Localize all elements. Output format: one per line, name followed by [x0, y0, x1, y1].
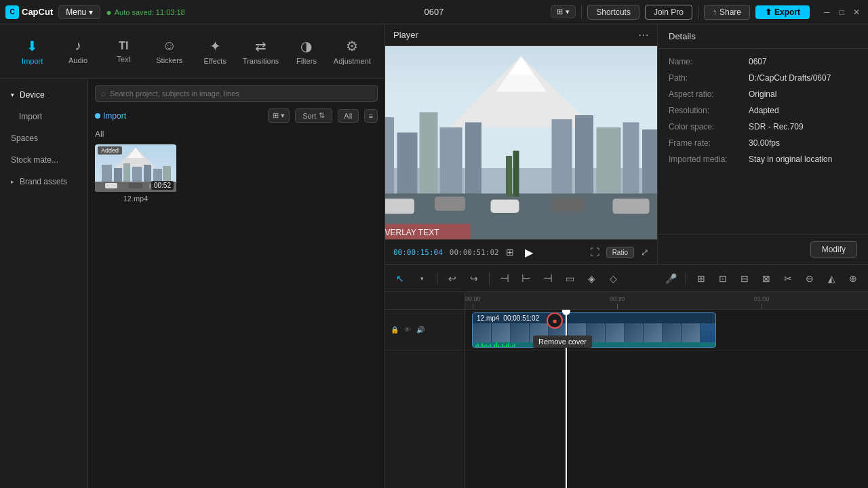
detail-row-imported: Imported media: Stay in original locatio…	[669, 155, 857, 164]
tl-tool-4[interactable]: ⊠	[757, 269, 776, 288]
sidebar-item-brand[interactable]: ▸ Brand assets	[3, 171, 85, 192]
undo-button[interactable]: ↩	[443, 269, 462, 288]
sidebar-item-stock-label: Stock mate...	[11, 155, 58, 165]
modify-button[interactable]: Modify	[810, 241, 857, 258]
lock-icon[interactable]: 🔒	[389, 325, 400, 336]
waveform-bar	[500, 346, 501, 348]
detail-value-name: 0607	[749, 57, 767, 66]
logo-icon: C	[5, 5, 19, 19]
detail-value-resolution: Adapted	[749, 106, 779, 115]
content-toolbar: Import ⊞ ▾ Sort ⇅ All ≡	[95, 108, 378, 123]
waveform-bar	[475, 345, 477, 348]
video-track: 12.mp4 00:00:51:02	[465, 310, 868, 350]
tl-tool-1[interactable]: ⊞	[692, 269, 711, 288]
details-footer: Modify	[658, 234, 868, 264]
text-icon: TI	[119, 40, 128, 52]
mask-tool[interactable]: ◈	[582, 269, 601, 288]
joinpro-button[interactable]: Join Pro	[645, 5, 692, 20]
tl-tool-7[interactable]: ◭	[822, 269, 841, 288]
volume-icon[interactable]: 🔊	[415, 325, 426, 336]
monitor-icon: ⊞	[557, 7, 563, 16]
view-toggle-button[interactable]: ⊞ ▾	[268, 108, 290, 123]
select-tool[interactable]: ↖	[391, 269, 410, 288]
filters-icon: ◑	[300, 38, 312, 54]
ratio-button[interactable]: Ratio	[606, 247, 634, 258]
waveform-bar	[508, 343, 509, 348]
export-button[interactable]: ⬆ Export	[755, 5, 810, 19]
visibility-icon[interactable]: 👁	[402, 325, 413, 336]
trim-start-tool[interactable]: ⊢	[517, 269, 536, 288]
minimize-button[interactable]: ─	[821, 6, 833, 18]
stickers-icon: ☺	[163, 38, 176, 54]
toolbar-adjustment[interactable]: ⚙ Adjustment	[331, 27, 374, 76]
media-grid: Added 00:52 12.mp4	[95, 144, 378, 203]
tl-tool-6[interactable]: ⊖	[800, 269, 819, 288]
redo-button[interactable]: ↪	[465, 269, 484, 288]
filter-all-button[interactable]: All	[338, 109, 358, 123]
share-button[interactable]: ↑ Share	[704, 5, 750, 20]
ruler-mark-0100: 01:00	[754, 296, 770, 309]
toolbar-filters[interactable]: ◑ Filters	[285, 27, 328, 76]
toolbar-effects[interactable]: ✦ Effects	[194, 27, 237, 76]
timeline-track-controls: 🔒 👁 🔊	[385, 310, 465, 488]
maximize-button[interactable]: □	[835, 6, 848, 18]
import-button[interactable]: Import	[95, 111, 126, 121]
close-button[interactable]: ✕	[850, 6, 863, 18]
fit-screen-icon[interactable]: ⛶	[590, 247, 599, 258]
split-tool[interactable]: ⊣	[495, 269, 514, 288]
toolbar-text[interactable]: TI Text	[102, 27, 145, 76]
toolbar-import[interactable]: ⬇ Import	[11, 27, 54, 76]
tl-tool-3[interactable]: ⊟	[735, 269, 754, 288]
media-added-badge: Added	[98, 146, 122, 155]
tl-add-button[interactable]: ⊕	[844, 269, 863, 288]
detail-label-name: Name:	[669, 57, 743, 66]
list-item[interactable]: Added 00:52 12.mp4	[95, 144, 176, 203]
tl-tool-2[interactable]: ⊡	[713, 269, 732, 288]
toolbar-transitions-label: Transitions	[243, 57, 279, 65]
sidebar-item-stock[interactable]: Stock mate...	[3, 150, 85, 170]
sidebar-item-import[interactable]: Import	[3, 106, 85, 127]
sidebar-item-device[interactable]: ▾ Device	[3, 85, 85, 105]
tool-dropdown[interactable]: ▾	[412, 269, 431, 288]
player-menu-icon[interactable]: ⋯	[638, 28, 649, 41]
import-dot-icon	[95, 113, 100, 119]
player-controls: 00:00:15:04 00:00:51:02 ⊞ ▶ ⛶ Ratio ⤢	[385, 239, 657, 264]
detail-label-colorspace: Color space:	[669, 122, 743, 131]
clip-frame	[492, 323, 511, 342]
search-bar[interactable]: ⌕	[95, 85, 378, 102]
keyframe-tool[interactable]: ◇	[604, 269, 623, 288]
ruler-mark-0000: 00:00	[465, 296, 481, 309]
monitor-chevron-icon: ▾	[566, 7, 570, 16]
play-button[interactable]: ▶	[521, 244, 537, 260]
video-clip[interactable]: 12.mp4 00:00:51:02	[472, 312, 716, 348]
toolbar-text-label: Text	[117, 55, 130, 63]
cover-button[interactable]: ■	[547, 312, 563, 329]
toolbar-transitions[interactable]: ⇄ Transitions	[239, 27, 282, 76]
svg-rect-38	[506, 156, 512, 197]
search-input[interactable]	[110, 89, 372, 98]
filter-icon-button[interactable]: ≡	[364, 109, 378, 123]
toolbar-audio[interactable]: ♪ Audio	[56, 27, 99, 76]
trim-end-tool[interactable]: ⊣	[538, 269, 557, 288]
waveform-bar	[481, 343, 483, 348]
tl-tool-5[interactable]: ✂	[778, 269, 797, 288]
toolbar-stickers[interactable]: ☺ Stickers	[148, 27, 191, 76]
details-title: Details	[669, 31, 857, 41]
monitor-button[interactable]: ⊞ ▾	[551, 5, 576, 18]
toolbar-separator-2	[489, 272, 490, 285]
delete-tool[interactable]: ▭	[560, 269, 579, 288]
record-button[interactable]: 🎤	[661, 269, 680, 288]
grid-view-icon[interactable]: ⊞	[506, 247, 514, 258]
media-thumbnail: Added 00:52	[95, 144, 176, 192]
transitions-icon: ⇄	[255, 38, 267, 54]
detail-row-colorspace: Color space: SDR - Rec.709	[669, 122, 857, 131]
sort-button[interactable]: Sort ⇅	[295, 108, 332, 123]
clip-frame	[473, 323, 492, 342]
menu-button[interactable]: Menu ▾	[58, 5, 100, 19]
waveform-bar	[494, 344, 495, 348]
sidebar-item-spaces[interactable]: Spaces	[3, 128, 85, 148]
detail-label-resolution: Resolution:	[669, 106, 743, 115]
expand-icon[interactable]: ⤢	[641, 247, 649, 258]
shortcuts-button[interactable]: Shortcuts	[587, 5, 639, 20]
detail-value-colorspace: SDR - Rec.709	[749, 122, 804, 131]
